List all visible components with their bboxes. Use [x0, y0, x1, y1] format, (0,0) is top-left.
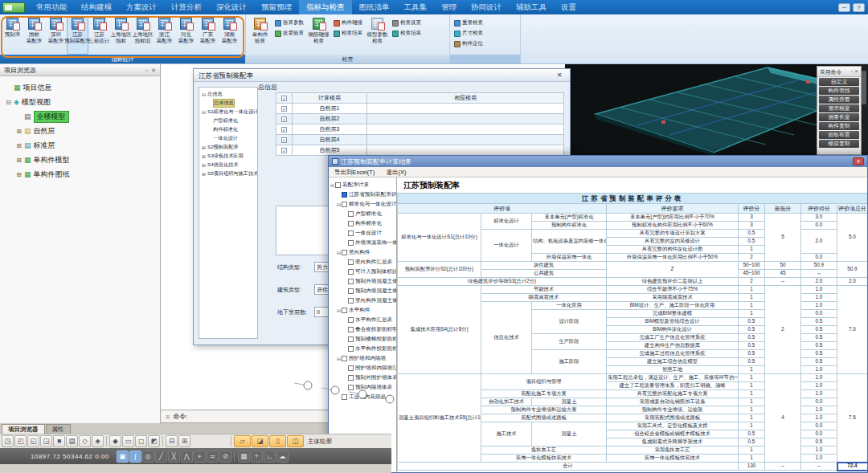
checkbox-icon[interactable]: ✓: [281, 96, 287, 101]
checkbox-icon[interactable]: [348, 279, 354, 284]
checkbox-icon[interactable]: [348, 327, 354, 332]
snap-off-icon[interactable]: ⊘: [219, 451, 231, 463]
command-拾取布置[interactable]: 拾取布置: [819, 131, 859, 139]
report-tree-竖向构件汇总表[interactable]: 竖向构件汇总表: [329, 257, 396, 267]
checkbox-icon[interactable]: [348, 259, 354, 265]
tree-item-标准层[interactable]: ⊞▤标准层: [0, 138, 160, 153]
command-测量长度[interactable]: 测量长度: [819, 113, 859, 121]
expander-icon[interactable]: ⊞: [15, 142, 23, 149]
close-icon[interactable]: ✕: [151, 64, 156, 75]
button-浙江装配率[interactable]: 浙江装配率: [154, 16, 175, 55]
button-检查结果[interactable]: 检查结果: [392, 30, 421, 37]
expander-icon[interactable]: ⊞: [15, 157, 23, 164]
close-icon[interactable]: ✕: [554, 69, 565, 81]
checkbox-icon[interactable]: [348, 211, 354, 217]
dialog-tree-S2预制装配率[interactable]: ⊞S2预制装配率: [199, 143, 257, 152]
report-tree-标准化与一体化设计[interactable]: ⊟标准化与一体化设计: [329, 199, 396, 209]
point-cloud-icon[interactable]: ☁: [276, 451, 289, 463]
shaded-mode-icon[interactable]: ◪: [252, 435, 268, 447]
node-snap-icon[interactable]: ⌖: [194, 451, 206, 463]
tab-管理[interactable]: 管理: [434, 0, 464, 14]
report-tree-构件标准化[interactable]: 构件标准化: [329, 218, 396, 228]
bottom-tab-属性[interactable]: 属性: [46, 424, 71, 434]
checkbox-icon[interactable]: [342, 308, 347, 313]
checkbox-icon[interactable]: [348, 269, 354, 275]
expander-icon[interactable]: ⊟: [5, 99, 12, 106]
view-se-iso-icon[interactable]: ◰: [14, 435, 27, 447]
zoom-window-icon[interactable]: ▭: [122, 435, 134, 447]
report-tree-可计入预制体积比[interactable]: 可计入预制体积比: [329, 267, 396, 276]
tab-指标与检查[interactable]: 指标与检查: [299, 0, 352, 14]
dialog-tree-S5项目组织与施工技术[interactable]: ⊞S5项目组织与施工技术: [199, 169, 257, 178]
button-单构件验算[interactable]: 单构件验算: [248, 16, 272, 55]
button-江苏三板统计[interactable]: 江苏三板统计: [88, 16, 110, 55]
report-tree-叠合板投影面积明细[interactable]: 叠合板投影面积明细: [329, 324, 396, 334]
ortho-icon[interactable]: ∟: [264, 451, 276, 463]
button-上海地区指标旧[interactable]: 上海地区指标旧: [132, 16, 154, 55]
view-ne-iso-icon[interactable]: ◱: [27, 435, 39, 447]
button-江苏预制装配率[interactable]: 江苏预制装配率: [67, 16, 88, 55]
expander-icon[interactable]: ⊟: [201, 109, 207, 115]
tab-结构建模[interactable]: 结构建模: [74, 0, 119, 14]
help-button[interactable]: ?: [853, 3, 865, 12]
report-tree-预制内墙混凝土体积[interactable]: 预制内墙混凝土体积: [329, 286, 396, 296]
report-tree-竖向构件混凝土体积[interactable]: 竖向构件混凝土体积: [329, 296, 396, 305]
command-楼层复制[interactable]: 楼层复制: [819, 140, 859, 148]
checkbox-icon[interactable]: ✓: [281, 148, 287, 153]
minimize-button[interactable]: ─: [838, 3, 850, 12]
report-tree-户型标准化[interactable]: 户型标准化: [329, 209, 396, 218]
rel-floor-cell[interactable]: [367, 135, 564, 145]
orbit-icon[interactable]: ◩: [148, 435, 160, 447]
tree-item-项目信息[interactable]: ▦项目信息: [0, 80, 160, 95]
rel-floor-cell[interactable]: [367, 104, 564, 114]
menu-exit[interactable]: 退出(X): [386, 167, 406, 177]
command-属性查看[interactable]: 属性查看: [819, 96, 859, 104]
tab-深化设计[interactable]: 深化设计: [209, 0, 254, 14]
pick-box-icon[interactable]: ▣: [117, 451, 129, 463]
floor-cell[interactable]: 自然层3: [293, 124, 367, 135]
floor-cell[interactable]: 自然层1: [293, 104, 367, 114]
expander-icon[interactable]: ⊟: [336, 356, 342, 361]
checkbox-icon[interactable]: [348, 230, 354, 236]
checkbox-icon[interactable]: ✓: [281, 116, 287, 122]
window-title-bar[interactable]: 江苏预制装配率计算结果 ✕: [329, 156, 867, 167]
view-nw-iso-icon[interactable]: ◲: [40, 435, 52, 447]
bottom-tab-项目浏览器[interactable]: 项目浏览器: [2, 424, 45, 434]
expander-icon[interactable]: ⊟: [330, 182, 335, 188]
expander-icon[interactable]: ⊞: [201, 153, 207, 159]
header-checkbox[interactable]: ✓: [276, 93, 293, 104]
button-构件碰撞[interactable]: 构件碰撞: [334, 19, 362, 27]
dialog-tree-S3绿色技术应用[interactable]: ⊞S3绿色技术应用: [199, 152, 257, 161]
report-tree-预制楼梯投影面积[interactable]: 预制楼梯投影面积: [329, 334, 396, 344]
button-预制率[interactable]: 预制率: [2, 16, 23, 55]
button-模型参数检查[interactable]: 模型参数检查: [365, 16, 390, 55]
floor-cell[interactable]: 自然层5: [293, 145, 367, 156]
command-构件复制[interactable]: 构件复制: [819, 122, 859, 130]
expander-icon[interactable]: ⊞: [201, 171, 207, 177]
parallel-snap-icon[interactable]: ≃: [207, 451, 219, 463]
button-深圳装配率[interactable]: 深圳装配率: [45, 16, 67, 55]
report-tree-一体化设计[interactable]: 一体化设计: [329, 228, 396, 238]
spline-snap-icon[interactable]: ∫: [129, 451, 141, 463]
dialog-tree-S4信息化技术[interactable]: ⊞S4信息化技术: [199, 161, 257, 169]
expander-icon[interactable]: ⊟: [336, 202, 342, 207]
report-tree-预制外墙混凝土体积[interactable]: 预制外墙混凝土体积: [329, 276, 396, 286]
tree-item-单构件图纸[interactable]: ⊞▦单构件图纸: [0, 167, 160, 181]
dialog-tree-总信息[interactable]: ⊟总信息: [199, 90, 257, 99]
rel-floor-cell[interactable]: [367, 124, 564, 135]
zoom-extents-icon[interactable]: ◻: [135, 435, 147, 447]
report-tree-江苏省预制装配率评分[interactable]: 江苏省预制装配率评分: [329, 190, 396, 199]
checkbox-icon[interactable]: [342, 202, 347, 207]
tab-图纸清单[interactable]: 图纸清单: [352, 0, 397, 14]
tab-计算分析[interactable]: 计算分析: [164, 0, 209, 14]
command-自定义[interactable]: 自定义: [819, 78, 859, 86]
expander-icon[interactable]: ⊞: [15, 171, 23, 178]
crosshair-icon[interactable]: +: [251, 451, 263, 463]
button-广东装配率[interactable]: 广东装配率: [197, 16, 219, 55]
button-检查设置[interactable]: 检查设置: [392, 19, 421, 27]
expander-icon[interactable]: ⊞: [201, 162, 207, 168]
button-验算参数[interactable]: 验算参数: [275, 19, 304, 27]
tab-方案设计[interactable]: 方案设计: [119, 0, 164, 14]
expander-icon[interactable]: ⊞: [201, 145, 207, 150]
selected-checkbox-icon[interactable]: [342, 192, 347, 198]
